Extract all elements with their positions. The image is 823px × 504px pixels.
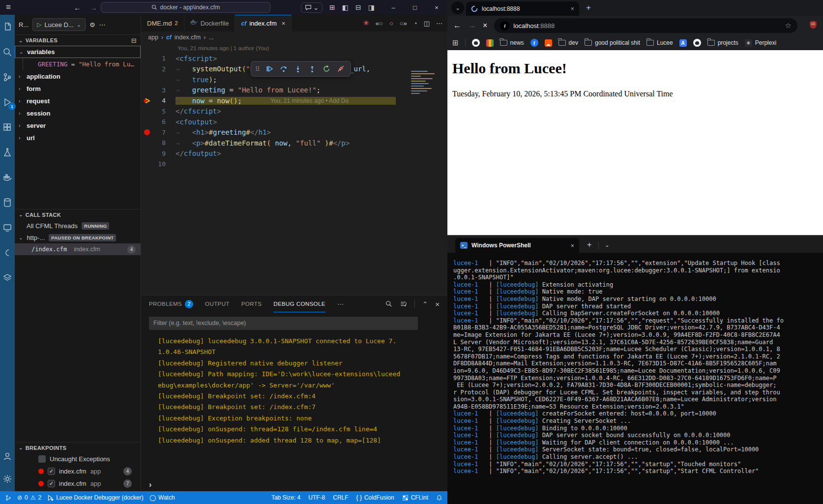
back-icon[interactable]: ← xyxy=(74,3,81,12)
settings-gear-icon[interactable] xyxy=(2,474,13,484)
tab-search-button[interactable]: ⌄ xyxy=(451,1,464,14)
tab-index-cfm[interactable]: cfindex.cfm× xyxy=(235,15,292,31)
bookmark-lucee[interactable]: Lucee xyxy=(647,39,673,46)
editor-gutter[interactable]: 3 xyxy=(141,87,176,94)
account-icon[interactable] xyxy=(2,451,13,462)
run-and-debug-icon[interactable]: 1 xyxy=(2,97,13,108)
breakpoint-glyph-icon[interactable] xyxy=(141,129,153,135)
panel-tab-output[interactable]: OUTPUT xyxy=(205,296,230,312)
customize-layout-icon[interactable]: ⊞ xyxy=(329,3,335,11)
breakpoint-checkbox[interactable]: ✓ xyxy=(48,480,55,487)
call-stack-section-header[interactable]: ⌄ CALL STACK xyxy=(15,209,141,220)
close-tab-icon[interactable]: × xyxy=(282,20,286,27)
copilot-chat-button[interactable]: ⌄ xyxy=(301,2,323,13)
tab-dockerfile[interactable]: Dockerfile xyxy=(184,15,235,31)
language-mode-indicator[interactable]: { } ColdFusion xyxy=(356,494,394,501)
editor-gutter[interactable]: 4 xyxy=(141,97,176,105)
forward-icon[interactable]: ○» xyxy=(400,20,407,27)
command-center-search[interactable]: docker - app\index.cfm xyxy=(101,2,270,13)
breakpoint-checkbox[interactable]: ✓ xyxy=(48,468,55,475)
layers-icon[interactable] xyxy=(2,272,13,283)
launch-config-dropdown[interactable]: ▷ Lucee D... ⌄ xyxy=(32,18,86,31)
remote-explorer-icon[interactable] xyxy=(2,222,13,233)
docker-icon[interactable] xyxy=(2,172,13,183)
editor-gutter[interactable]: 7 xyxy=(141,129,176,136)
debug-console-input[interactable]: › xyxy=(141,478,447,491)
thread-row[interactable]: All CFML ThreadsRUNNING xyxy=(15,220,141,232)
menu-icon[interactable]: ≡ xyxy=(6,2,11,12)
maximize-panel-icon[interactable]: ⌃ xyxy=(422,300,428,308)
collapse-all-icon[interactable]: ⊟ xyxy=(131,37,137,44)
soundcloud-bookmark-icon[interactable]: ☁ xyxy=(545,39,552,47)
restart-button[interactable] xyxy=(321,63,332,75)
panel-tab-debug-console[interactable]: DEBUG CONSOLE xyxy=(273,296,325,312)
bookmark-news[interactable]: news xyxy=(500,39,524,46)
panel-tab-ports[interactable]: PORTS xyxy=(241,296,262,312)
step-over-button[interactable] xyxy=(278,63,290,75)
database-icon[interactable] xyxy=(2,197,13,208)
tab-dme-md[interactable]: DME.md2 xyxy=(141,15,184,31)
debug-console-output[interactable]: [luceedebug] luceedebug 3.0.0.1-SNAPSHOT… xyxy=(141,334,447,478)
bookmark-good-political-shit[interactable]: good political shit xyxy=(585,39,640,46)
editor-line[interactable]: 5</cfscript> xyxy=(141,106,447,117)
eol-indicator[interactable]: CRLF xyxy=(333,494,348,501)
address-bar[interactable]: i localhost:8888 ☆ xyxy=(494,18,797,33)
notifications-bell-icon[interactable] xyxy=(436,495,442,501)
new-terminal-tab-button[interactable]: + xyxy=(587,240,591,249)
editor-gutter[interactable]: 10 xyxy=(141,160,176,168)
editor-gutter[interactable]: 2 xyxy=(141,65,176,73)
remote-fork-indicator[interactable] xyxy=(5,495,11,501)
testing-icon[interactable] xyxy=(2,147,13,158)
editor-line[interactable]: 6<cfoutput> xyxy=(141,117,447,127)
extensions-icon[interactable] xyxy=(2,122,13,133)
breakpoint-row[interactable]: ✓index.cfmapp7 xyxy=(15,477,141,490)
thread-row[interactable]: ⌄http-...PAUSED ON BREAKPOINT xyxy=(15,232,141,243)
github-bookmark-icon[interactable] xyxy=(472,39,480,47)
toggle-panel-icon[interactable]: ⊟ xyxy=(355,3,361,11)
variables-section-header[interactable]: ⌄ VARIABLES ⊟ xyxy=(15,34,141,46)
problems-indicator[interactable]: ⊘ 0 ⚠ 2 xyxy=(17,494,41,501)
step-into-button[interactable] xyxy=(292,63,304,75)
breadcrumb-file[interactable]: index.cfm xyxy=(175,34,201,41)
profile-icon[interactable]: ◔ xyxy=(413,20,417,27)
breadcrumb-app[interactable]: app xyxy=(148,34,158,41)
apps-bookmark-icon[interactable]: ⊞ xyxy=(452,38,459,47)
editor-gutter[interactable]: 6 xyxy=(141,118,176,125)
bookmark-perplexi[interactable]: ✳Perplexi xyxy=(745,39,776,47)
hundred-bookmark-icon[interactable] xyxy=(486,39,494,47)
cfml-icon[interactable] xyxy=(2,247,13,258)
terminal-dropdown-icon[interactable]: ⌄ xyxy=(605,242,609,248)
scope-server[interactable]: ›server xyxy=(15,119,141,132)
editor-gutter[interactable]: 8 xyxy=(141,139,176,147)
debugger-status[interactable]: Lucee Docker Debugger (docker) xyxy=(47,494,143,501)
browser-forward-icon[interactable]: → xyxy=(468,21,476,30)
scope-form[interactable]: ›form xyxy=(15,83,141,95)
minimize-button[interactable]: – xyxy=(382,0,404,15)
powershell-tab[interactable]: >_ Windows PowerShell × xyxy=(455,238,579,253)
toggle-secondary-sidebar-icon[interactable]: ◨ xyxy=(368,3,375,11)
start-debug-icon[interactable]: ▷ xyxy=(37,21,41,28)
drag-handle-icon[interactable]: ⠿ xyxy=(255,65,260,73)
current-glyph-icon[interactable] xyxy=(141,97,153,105)
browser-tab[interactable]: localhost:8888 × xyxy=(466,1,579,16)
minimap[interactable] xyxy=(411,71,439,95)
browser-back-icon[interactable]: ← xyxy=(453,21,461,30)
encoding-indicator[interactable]: UTF-8 xyxy=(308,494,325,501)
editor-line[interactable]: 3→ greeting = "Hello from Lucee!"; xyxy=(141,85,447,96)
editor-gutter[interactable]: 9 xyxy=(141,150,176,157)
scope-url[interactable]: ›url xyxy=(15,132,141,144)
cflint-indicator[interactable]: CFLint xyxy=(402,494,428,501)
breadcrumb-symbol[interactable]: ... xyxy=(208,34,213,41)
reverse-icon[interactable]: ○ xyxy=(389,20,393,27)
search-icon[interactable] xyxy=(2,47,13,58)
scope-request[interactable]: ›request xyxy=(15,95,141,107)
stop-loading-icon[interactable]: × xyxy=(483,21,487,30)
github-bookmark-icon[interactable] xyxy=(693,39,701,47)
toggle-sidebar-icon[interactable]: ◧ xyxy=(342,3,349,11)
bookmark-dev[interactable]: dev xyxy=(558,39,578,46)
breakpoints-section-header[interactable]: ⌄ BREAKPOINTS xyxy=(15,442,141,453)
explorer-icon[interactable] xyxy=(2,22,13,32)
search-icon[interactable] xyxy=(385,300,392,307)
disconnect-button[interactable] xyxy=(335,63,347,75)
editor-line[interactable]: 7→ <h1>#greeting#</h1> xyxy=(141,127,447,138)
